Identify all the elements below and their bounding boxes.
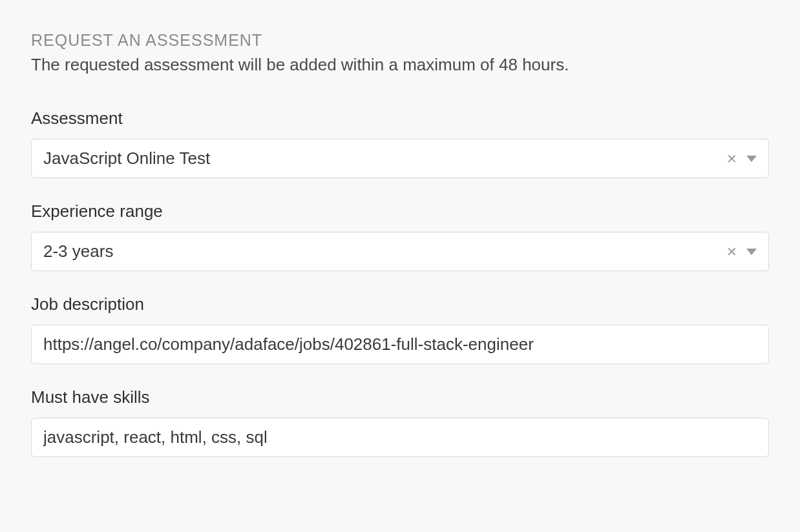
- form-title: REQUEST AN ASSESSMENT: [31, 31, 769, 50]
- experience-select[interactable]: 2-3 years ✕: [31, 232, 769, 271]
- experience-label: Experience range: [31, 201, 769, 221]
- chevron-down-icon[interactable]: [746, 156, 757, 162]
- assessment-value: JavaScript Online Test: [43, 148, 210, 169]
- select-icons: ✕: [726, 152, 757, 165]
- experience-value: 2-3 years: [43, 241, 113, 261]
- assessment-request-form: REQUEST AN ASSESSMENT The requested asse…: [31, 31, 769, 457]
- field-skills: Must have skills: [31, 387, 769, 457]
- form-subtitle: The requested assessment will be added w…: [31, 55, 769, 75]
- skills-label: Must have skills: [31, 387, 769, 407]
- clear-icon[interactable]: ✕: [726, 245, 737, 258]
- clear-icon[interactable]: ✕: [726, 152, 737, 165]
- job-description-input[interactable]: [31, 325, 769, 364]
- job-description-label: Job description: [31, 294, 769, 314]
- field-job-description: Job description: [31, 294, 769, 364]
- skills-input[interactable]: [31, 418, 769, 457]
- field-experience: Experience range 2-3 years ✕: [31, 201, 769, 271]
- assessment-select[interactable]: JavaScript Online Test ✕: [31, 139, 769, 178]
- field-assessment: Assessment JavaScript Online Test ✕: [31, 108, 769, 178]
- chevron-down-icon[interactable]: [746, 249, 757, 255]
- assessment-label: Assessment: [31, 108, 769, 128]
- select-icons: ✕: [726, 245, 757, 258]
